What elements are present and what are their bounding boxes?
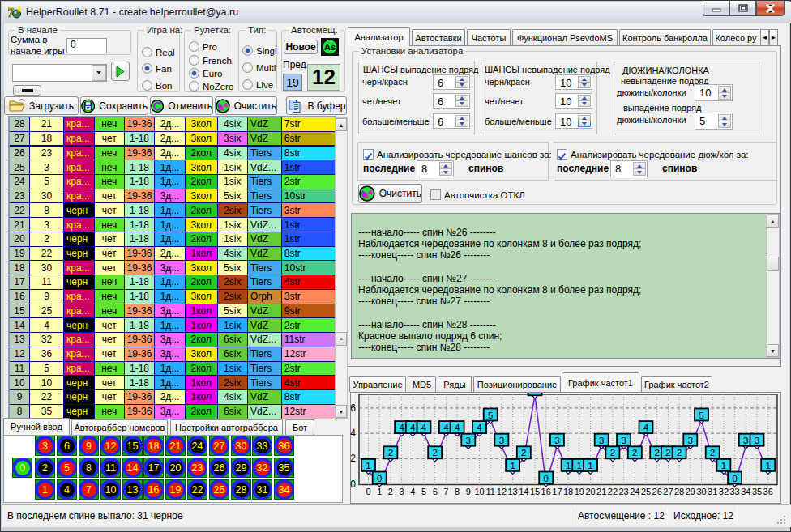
svg-text:18: 18: [563, 487, 573, 496]
svg-text:4: 4: [643, 423, 649, 432]
svg-text:10: 10: [474, 487, 484, 496]
svg-text:2: 2: [654, 448, 659, 458]
svg-text:30: 30: [696, 487, 706, 496]
svg-text:1: 1: [377, 487, 382, 496]
svg-text:4: 4: [399, 423, 404, 432]
svg-text:34: 34: [741, 487, 750, 496]
svg-text:2: 2: [632, 448, 637, 458]
svg-text:31: 31: [708, 487, 717, 496]
svg-text:5: 5: [699, 411, 703, 420]
svg-text:3: 3: [466, 436, 471, 445]
svg-text:20: 20: [585, 487, 595, 496]
svg-text:2: 2: [388, 448, 393, 458]
svg-text:4: 4: [455, 423, 460, 432]
svg-text:14: 14: [519, 487, 528, 496]
svg-text:1: 1: [366, 461, 370, 470]
svg-text:12: 12: [497, 487, 507, 496]
svg-text:2: 2: [432, 448, 437, 458]
svg-text:24: 24: [630, 487, 639, 496]
svg-text:22: 22: [608, 487, 618, 496]
svg-text:11: 11: [485, 487, 494, 496]
svg-text:3: 3: [755, 436, 759, 445]
svg-text:4: 4: [410, 423, 416, 432]
svg-text:7: 7: [532, 393, 537, 394]
svg-text:1: 1: [588, 461, 592, 470]
svg-text:26: 26: [652, 487, 662, 496]
svg-text:3: 3: [400, 487, 404, 496]
svg-text:5: 5: [488, 411, 493, 420]
svg-text:33: 33: [729, 487, 739, 496]
svg-text:2: 2: [710, 448, 715, 458]
svg-text:4: 4: [443, 423, 449, 432]
svg-text:1: 1: [765, 461, 770, 470]
svg-text:0: 0: [350, 479, 356, 490]
svg-text:0: 0: [377, 474, 382, 483]
svg-text:1: 1: [577, 461, 582, 470]
svg-text:27: 27: [663, 487, 673, 496]
svg-text:1: 1: [510, 461, 515, 470]
svg-text:9: 9: [466, 487, 471, 496]
svg-text:5: 5: [421, 487, 426, 496]
svg-text:4: 4: [410, 487, 415, 496]
svg-text:0: 0: [732, 474, 737, 483]
svg-text:3: 3: [621, 436, 626, 445]
svg-text:13: 13: [507, 487, 517, 496]
svg-text:2: 2: [665, 448, 670, 458]
svg-text:16: 16: [541, 487, 551, 496]
svg-text:4: 4: [477, 423, 482, 432]
svg-text:19: 19: [575, 487, 584, 496]
svg-text:8: 8: [455, 487, 460, 496]
svg-text:23: 23: [618, 487, 628, 496]
svg-text:25: 25: [641, 487, 651, 496]
svg-text:6: 6: [433, 487, 438, 496]
svg-text:2: 2: [677, 448, 682, 458]
svg-text:4: 4: [421, 423, 427, 432]
svg-text:As: As: [324, 42, 336, 52]
svg-text:28: 28: [674, 487, 684, 496]
svg-text:21: 21: [596, 487, 606, 496]
svg-text:3: 3: [688, 436, 693, 445]
svg-text:29: 29: [686, 487, 695, 496]
svg-text:7: 7: [443, 487, 448, 496]
svg-text:35: 35: [752, 487, 762, 496]
svg-text:2: 2: [610, 448, 615, 458]
svg-text:3: 3: [743, 436, 748, 445]
svg-text:1: 1: [721, 461, 726, 470]
svg-text:36: 36: [763, 487, 773, 496]
svg-text:3: 3: [499, 436, 504, 445]
svg-text:2: 2: [521, 448, 526, 458]
svg-text:3: 3: [554, 436, 559, 445]
svg-text:17: 17: [552, 487, 562, 496]
svg-text:32: 32: [719, 487, 729, 496]
svg-text:2: 2: [388, 487, 393, 496]
svg-text:4: 4: [350, 428, 356, 439]
svg-text:2: 2: [350, 453, 356, 464]
svg-text:0: 0: [543, 474, 548, 483]
svg-text:6: 6: [350, 402, 356, 414]
svg-text:15: 15: [530, 487, 540, 496]
svg-text:3: 3: [599, 436, 604, 445]
svg-text:1: 1: [566, 461, 571, 470]
svg-text:0: 0: [366, 487, 370, 496]
